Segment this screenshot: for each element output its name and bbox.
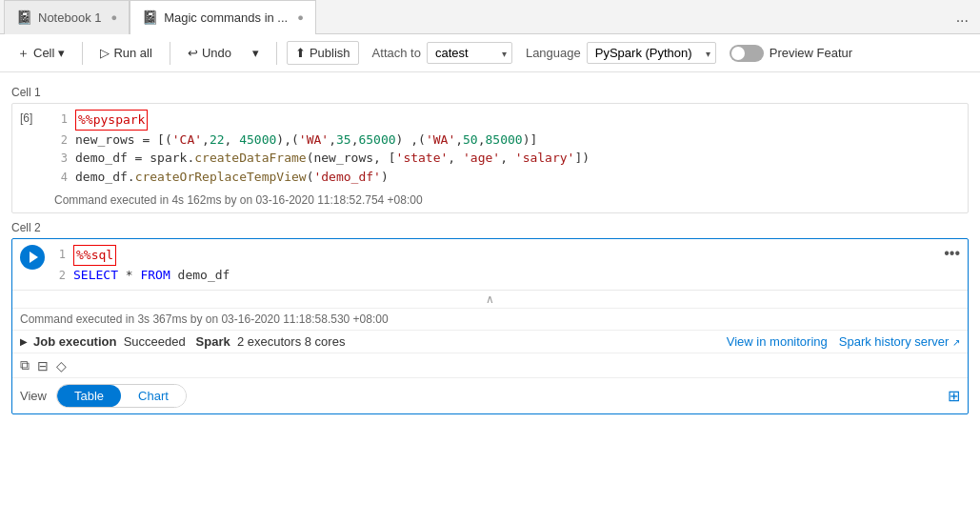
tab-notebook1-close[interactable]: ● <box>111 11 118 23</box>
preview-label: Preview Featur <box>770 46 852 60</box>
cell2-line2: 2 SELECT * FROM demo_df <box>52 266 936 285</box>
cell1-label: Cell 1 <box>11 86 969 99</box>
undo-button[interactable]: ↩ Undo <box>180 42 239 64</box>
action-bar: ⧉ ⊟ ◇ <box>12 353 968 377</box>
magic-notebook-icon: 📓 <box>142 10 158 25</box>
tab-more-button[interactable]: ... <box>949 9 976 26</box>
cell1-linenum-3: 3 <box>54 149 68 168</box>
run-all-icon: ▷ <box>100 46 110 60</box>
view-tabs: Table Chart <box>56 384 187 408</box>
cell1-linenum-2: 2 <box>54 131 68 150</box>
cell2-linenum-1: 1 <box>52 245 66 266</box>
cell1-status: Command executed in 4s 162ms by on 03-16… <box>12 191 968 212</box>
toolbar-divider-1 <box>82 42 83 65</box>
run-all-button[interactable]: ▷ Run all <box>92 42 159 64</box>
attach-select[interactable]: catest <box>427 42 512 64</box>
view-label: View <box>20 389 47 403</box>
main-content: Cell 1 [6] 1 %%pyspark 2 new_rows = [('C… <box>0 72 980 524</box>
cell1-line2: 2 new_rows = [('CA',22, 45000),('WA',35,… <box>54 131 960 150</box>
cell1-code: 1 %%pyspark 2 new_rows = [('CA',22, 4500… <box>54 110 960 186</box>
cell1-linenum-1: 1 <box>54 110 68 131</box>
cell2-label: Cell 2 <box>11 221 969 234</box>
job-executors: 2 executors 8 cores <box>237 334 345 349</box>
cell2-line1: 1 %%sql <box>52 245 936 266</box>
filter-icon[interactable]: ⊟ <box>37 358 49 373</box>
cell2-container: 1 %%sql 2 SELECT * FROM demo_df ••• ∧ Co… <box>11 238 969 414</box>
eraser-icon[interactable]: ◇ <box>56 358 67 373</box>
job-result: Succeeded <box>124 334 186 349</box>
cell2-linenum-2: 2 <box>52 266 66 285</box>
view-monitoring-link[interactable]: View in monitoring <box>727 334 828 349</box>
cell1-line3-code: demo_df = spark.createDataFrame(new_rows… <box>75 149 590 168</box>
publish-icon: ⬆ <box>295 46 306 60</box>
view-table-tab[interactable]: Table <box>57 385 121 407</box>
preview-toggle-wrapper: Preview Featur <box>730 45 852 62</box>
copy-icon[interactable]: ⧉ <box>20 357 30 373</box>
expand-view-icon[interactable]: ⊞ <box>948 387 960 405</box>
collapse-chevron-icon: ∧ <box>486 292 494 306</box>
tab-magic-close[interactable]: ● <box>297 11 304 23</box>
lang-wrapper: PySpark (Python) ▾ <box>587 42 716 64</box>
job-play-icon: ▶ <box>20 336 28 347</box>
run-cell2-button[interactable] <box>20 245 45 270</box>
tab-magic-label: Magic commands in ... <box>164 10 288 25</box>
cell1-linenum-4: 4 <box>54 168 68 187</box>
toolbar-divider-2 <box>170 42 170 65</box>
add-cell-button[interactable]: ＋ Cell ▾ <box>10 41 72 66</box>
cell1-line3: 3 demo_df = spark.createDataFrame(new_ro… <box>54 149 960 168</box>
cell2-line2-code: SELECT * FROM demo_df <box>73 266 230 285</box>
external-link-icon: ↗ <box>952 337 960 348</box>
undo-icon: ↩ <box>188 46 198 60</box>
toolbar: ＋ Cell ▾ ▷ Run all ↩ Undo ▾ ⬆ Publish At… <box>0 34 980 72</box>
cell1-container: [6] 1 %%pyspark 2 new_rows = [('CA',22, … <box>11 103 969 213</box>
cell2-header: 1 %%sql 2 SELECT * FROM demo_df ••• <box>12 239 968 290</box>
language-select[interactable]: PySpark (Python) <box>587 42 716 64</box>
notebook-icon: 📓 <box>16 10 32 25</box>
tab-notebook1-label: Notebook 1 <box>38 10 102 25</box>
cell-label: Cell <box>33 46 54 60</box>
undo-label: Undo <box>202 46 231 60</box>
plus-icon: ＋ <box>17 45 30 62</box>
preview-toggle[interactable] <box>730 45 764 62</box>
spark-history-link[interactable]: Spark history server ↗ <box>839 334 960 349</box>
cell-chevron-icon: ▾ <box>58 46 65 60</box>
cell2-code: 1 %%sql 2 SELECT * FROM demo_df <box>52 245 936 284</box>
attach-wrapper: catest ▾ <box>427 42 512 64</box>
cell2-status: Command executed in 3s 367ms by on 03-16… <box>12 308 968 330</box>
cell1-magic-cmd: %%pyspark <box>75 110 148 131</box>
cell2-collapse-button[interactable]: ∧ <box>12 290 968 308</box>
cell1-exec-num: [6] <box>20 111 47 125</box>
publish-label: Publish <box>310 46 350 60</box>
run-triangle-icon <box>30 252 38 263</box>
cell1-line1: 1 %%pyspark <box>54 110 960 131</box>
job-execution-text: Job execution Succeeded Spark 2 executor… <box>33 334 345 349</box>
cell1-header: [6] 1 %%pyspark 2 new_rows = [('CA',22, … <box>12 104 968 191</box>
undo-dropdown-button[interactable]: ▾ <box>245 42 267 64</box>
view-chart-tab[interactable]: Chart <box>121 385 186 407</box>
undo-chevron-icon: ▾ <box>252 46 259 60</box>
cell1-line4-code: demo_df.createOrReplaceTempView('demo_df… <box>75 168 389 187</box>
attach-to-label: Attach to <box>372 46 421 60</box>
view-bar: View Table Chart ⊞ <box>12 377 968 413</box>
toolbar-divider-3 <box>276 42 277 65</box>
cell2-magic-cmd: %%sql <box>73 245 116 266</box>
tab-magic[interactable]: 📓 Magic commands in ... ● <box>130 0 316 34</box>
job-links: View in monitoring Spark history server … <box>727 334 960 349</box>
tab-notebook1[interactable]: 📓 Notebook 1 ● <box>4 0 130 34</box>
publish-button[interactable]: ⬆ Publish <box>287 41 359 65</box>
toggle-knob <box>731 47 745 60</box>
language-label: Language <box>526 46 581 60</box>
cell2-more-button[interactable]: ••• <box>944 245 960 262</box>
spark-history-label: Spark history server <box>839 334 950 349</box>
cell1-line4: 4 demo_df.createOrReplaceTempView('demo_… <box>54 168 960 187</box>
run-all-label: Run all <box>113 46 151 60</box>
job-bar: ▶ Job execution Succeeded Spark 2 execut… <box>12 330 968 353</box>
job-execution-label: Job execution <box>33 334 116 349</box>
job-spark: Spark <box>196 334 230 349</box>
cell1-line2-code: new_rows = [('CA',22, 45000),('WA',35,65… <box>75 131 537 150</box>
tab-bar: 📓 Notebook 1 ● 📓 Magic commands in ... ●… <box>0 0 980 34</box>
